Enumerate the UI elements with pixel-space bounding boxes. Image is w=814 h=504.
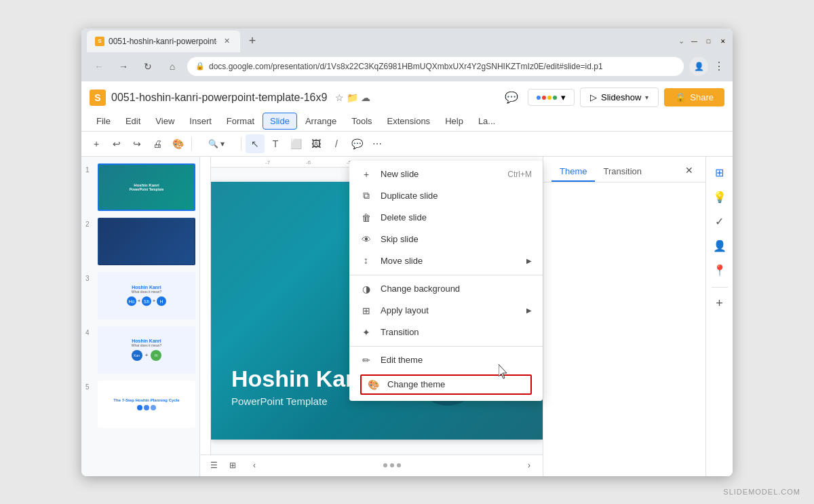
star-icon[interactable]: ☆ bbox=[335, 92, 344, 103]
menu-item-skip-slide[interactable]: 👁 Skip slide bbox=[349, 229, 543, 250]
maximize-button[interactable]: □ bbox=[704, 37, 713, 45]
new-slide-label: New slide bbox=[381, 169, 499, 179]
meet-button[interactable]: ▾ bbox=[528, 89, 575, 106]
watermark: SLIDEMODEL.COM bbox=[723, 488, 800, 496]
meet-label: ▾ bbox=[561, 92, 566, 102]
cloud-icon[interactable]: ☁ bbox=[361, 92, 370, 103]
move-slide-label: Move slide bbox=[381, 256, 518, 266]
change-theme-label: Change theme bbox=[387, 379, 525, 389]
list-item[interactable]: 2 bbox=[84, 216, 197, 267]
menu-item-transition[interactable]: ✦ Transition bbox=[349, 322, 543, 343]
comment-tool[interactable]: 💬 bbox=[347, 134, 366, 153]
ruler-vertical bbox=[200, 157, 211, 454]
next-panel-btn[interactable]: › bbox=[521, 457, 537, 473]
sidebar-icon-contacts[interactable]: 👤 bbox=[709, 235, 731, 257]
filmstrip-view-btn[interactable]: ☰ bbox=[206, 457, 222, 473]
transition-icon: ✦ bbox=[360, 326, 372, 338]
text-tool[interactable]: T bbox=[266, 134, 285, 153]
share-button[interactable]: 🔒 Share bbox=[664, 88, 724, 106]
menu-extensions[interactable]: Extensions bbox=[381, 113, 438, 129]
image-tool[interactable]: 🖼 bbox=[307, 134, 326, 153]
tab-close-btn[interactable]: ✕ bbox=[221, 36, 232, 47]
toolbar-btn-3[interactable]: 🖨 bbox=[148, 134, 167, 153]
dropdown-menu: + New slide Ctrl+M ⧉ Duplicate slide 🗑 D… bbox=[349, 161, 543, 401]
slideshow-icon: ▷ bbox=[590, 92, 597, 102]
sidebar-icon-keep[interactable]: 💡 bbox=[709, 187, 731, 208]
delete-slide-icon: 🗑 bbox=[360, 212, 372, 224]
sidebar-icon-slides[interactable]: ⊞ bbox=[709, 162, 731, 184]
toolbar-btn-1[interactable]: ↩ bbox=[107, 134, 126, 153]
forward-button[interactable]: → bbox=[114, 57, 133, 76]
menu-slide[interactable]: Slide bbox=[263, 113, 297, 130]
slideshow-button[interactable]: ▷ Slideshow ▾ bbox=[580, 88, 659, 107]
folder-icon[interactable]: 📁 bbox=[347, 92, 358, 103]
menu-la[interactable]: La... bbox=[471, 113, 502, 129]
apply-layout-icon: ⊞ bbox=[360, 305, 372, 317]
slide-number-2: 2 bbox=[85, 220, 94, 228]
list-item[interactable]: 4 Hoshin Kanri What does it mean? Kan + … bbox=[84, 325, 197, 375]
menu-edit[interactable]: Edit bbox=[119, 113, 147, 129]
menu-item-new-slide[interactable]: + New slide Ctrl+M bbox=[349, 163, 543, 185]
zoom-btn[interactable]: 🔍 ▾ bbox=[196, 134, 237, 153]
slide-number-1: 1 bbox=[85, 166, 94, 174]
reload-button[interactable]: ↻ bbox=[138, 57, 157, 76]
right-panel-close-btn[interactable]: ✕ bbox=[681, 162, 697, 178]
close-button[interactable]: ✕ bbox=[718, 37, 727, 45]
slide-thumbnail-5[interactable]: The 7-Step Hoshin Planning Cycle bbox=[98, 381, 195, 428]
browser-tab[interactable]: S 0051-hoshin-kanri-powerpoint-t... ✕ bbox=[87, 31, 240, 52]
sidebar-icon-maps[interactable]: 📍 bbox=[709, 260, 731, 282]
menu-arrange[interactable]: Arrange bbox=[298, 113, 343, 129]
more-tool[interactable]: ⋯ bbox=[368, 134, 387, 153]
comment-button[interactable]: 💬 bbox=[501, 87, 522, 109]
menu-insert[interactable]: Insert bbox=[182, 113, 218, 129]
add-slide-btn[interactable]: + bbox=[87, 134, 106, 153]
sidebar-icons: ⊞ 💡 ✓ 👤 📍 + bbox=[705, 157, 733, 476]
toolbar: + ↩ ↪ 🖨 🎨 🔍 ▾ ↖ T ⬜ 🖼 / 💬 ⋯ bbox=[81, 132, 733, 157]
menu-bar: File Edit View Insert Format Slide Arran… bbox=[90, 111, 724, 131]
toolbar-btn-2[interactable]: ↪ bbox=[128, 134, 147, 153]
shape-tool[interactable]: ⬜ bbox=[286, 134, 305, 153]
presentation-title: 0051-hoshin-kanri-powerpoint-template-16… bbox=[111, 92, 327, 104]
grid-view-btn[interactable]: ⊞ bbox=[225, 457, 241, 473]
list-item[interactable]: 1 Hoshin Kanri PowerPoint Template bbox=[84, 162, 197, 212]
list-item[interactable]: 3 Hoshin Kanri What does it mean? Ho + S… bbox=[84, 271, 197, 321]
slide-thumbnail-3[interactable]: Hoshin Kanri What does it mean? Ho + Sh … bbox=[98, 272, 195, 319]
line-tool[interactable]: / bbox=[327, 134, 346, 153]
profile-button[interactable]: 👤 bbox=[689, 57, 708, 76]
new-tab-button[interactable]: + bbox=[243, 32, 262, 51]
menu-item-apply-layout[interactable]: ⊞ Apply layout ▶ bbox=[349, 300, 543, 322]
menu-tools[interactable]: Tools bbox=[345, 113, 379, 129]
menu-item-move-slide[interactable]: ↔ Move slide ▶ bbox=[349, 250, 543, 272]
menu-item-change-background[interactable]: ◑ Change background bbox=[349, 278, 543, 300]
menu-item-duplicate-slide[interactable]: ⧉ Duplicate slide bbox=[349, 185, 543, 207]
list-item[interactable]: 5 The 7-Step Hoshin Planning Cycle bbox=[84, 379, 197, 429]
menu-format[interactable]: Format bbox=[220, 113, 261, 129]
menu-item-change-theme[interactable]: 🎨 Change theme bbox=[349, 371, 543, 398]
menu-item-delete-slide[interactable]: 🗑 Delete slide bbox=[349, 207, 543, 229]
menu-view[interactable]: View bbox=[149, 113, 181, 129]
page-dot-3 bbox=[397, 463, 401, 467]
title-action-icons: ☆ 📁 ☁ bbox=[335, 92, 370, 103]
sidebar-add-btn[interactable]: + bbox=[709, 293, 731, 315]
minimize-icon: ⌄ bbox=[678, 37, 684, 45]
tab-transition[interactable]: Transition bbox=[595, 162, 650, 182]
sidebar-separator bbox=[712, 287, 728, 288]
slide-thumbnail-2[interactable] bbox=[98, 218, 195, 265]
change-theme-icon: 🎨 bbox=[367, 379, 379, 391]
minimize-button[interactable]: — bbox=[690, 37, 699, 45]
menu-item-edit-theme[interactable]: ✏ Edit theme bbox=[349, 349, 543, 371]
slide-thumbnail-4[interactable]: Hoshin Kanri What does it mean? Kan + Ri bbox=[98, 326, 195, 374]
back-button[interactable]: ← bbox=[90, 57, 109, 76]
tab-theme[interactable]: Theme bbox=[551, 162, 595, 182]
home-button[interactable]: ⌂ bbox=[163, 57, 182, 76]
menu-file[interactable]: File bbox=[90, 113, 117, 129]
toolbar-btn-4[interactable]: 🎨 bbox=[168, 134, 187, 153]
panel-toggle-btn[interactable]: ‹ bbox=[246, 457, 263, 473]
url-bar[interactable]: 🔒 docs.google.com/presentation/d/1Vs8x22… bbox=[187, 57, 684, 76]
browser-menu-button[interactable]: ⋮ bbox=[714, 60, 724, 73]
slide-thumbnail-1[interactable]: Hoshin Kanri PowerPoint Template bbox=[98, 163, 195, 211]
select-tool[interactable]: ↖ bbox=[246, 134, 265, 153]
sidebar-icon-tasks[interactable]: ✓ bbox=[709, 211, 731, 233]
slideshow-dropdown-icon[interactable]: ▾ bbox=[645, 94, 648, 101]
menu-help[interactable]: Help bbox=[438, 113, 470, 129]
